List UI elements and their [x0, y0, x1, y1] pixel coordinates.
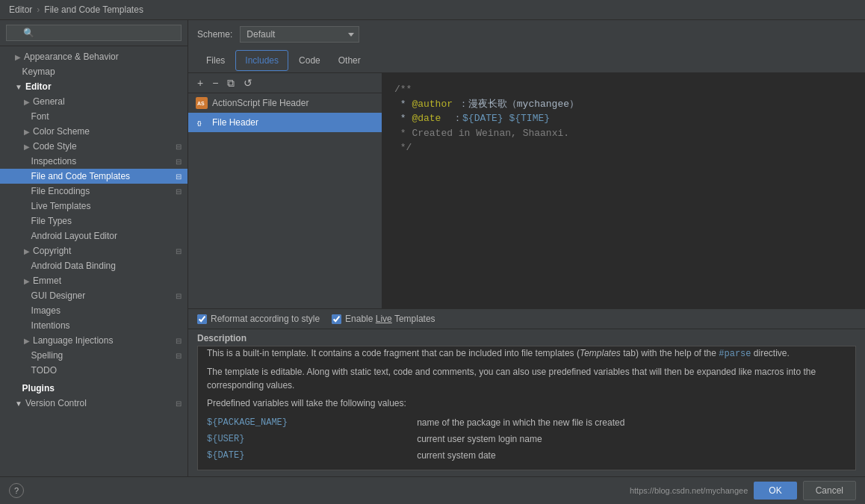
tabs-row: Files Includes Code Other: [188, 49, 865, 73]
live-templates-checkbox[interactable]: [332, 314, 341, 324]
arrow-icon: ▶: [15, 53, 21, 61]
arrow-icon: ▶: [24, 247, 30, 255]
sidebar-item-label: Font: [31, 111, 49, 122]
arrow-icon: ▶: [24, 277, 30, 285]
sidebar-item-file-and-code-templates[interactable]: File and Code Templates ⊟: [0, 169, 187, 184]
copy-button[interactable]: ⧉: [224, 76, 238, 90]
desc-table: ${PACKAGE_NAME} name of the package in w…: [207, 414, 846, 464]
code-line-3: * @date ：${DATE} ${TIME}: [394, 111, 853, 126]
sidebar-item-live-templates[interactable]: Live Templates: [0, 199, 187, 214]
sidebar-item-spelling[interactable]: Spelling ⊟: [0, 348, 187, 363]
bottom-bar: ? https://blog.csdn.net/mychangee OK Can…: [0, 476, 865, 504]
tab-other[interactable]: Other: [329, 51, 370, 72]
settings-icon: ⊟: [176, 143, 182, 151]
sidebar-item-android-layout-editor[interactable]: Android Layout Editor: [0, 228, 187, 243]
desc-var-name: ${USER}: [207, 431, 417, 447]
sidebar-item-version-control[interactable]: ▼ Version Control ⊟: [0, 396, 187, 411]
sidebar-item-language-injections[interactable]: ▶ Language Injections ⊟: [0, 333, 187, 348]
tab-files[interactable]: Files: [197, 51, 234, 72]
code-editor: /** * @author ：漫夜长歌（mychangee） * @date ：…: [382, 73, 865, 308]
arrow-spacer: [24, 187, 28, 196]
desc-para-2: The template is editable. Along with sta…: [207, 365, 846, 392]
sidebar-item-gui-designer[interactable]: GUI Designer ⊟: [0, 288, 187, 303]
sidebar-item-label: Live Templates: [31, 201, 91, 211]
sidebar-item-label: TODO: [31, 365, 57, 376]
arrow-icon: ▶: [24, 128, 30, 136]
reformat-checkbox[interactable]: [197, 314, 207, 324]
sidebar-item-appearance[interactable]: ▶ Appearance & Behavior: [0, 49, 187, 64]
arrow-spacer: [15, 68, 19, 76]
tab-code[interactable]: Code: [290, 51, 329, 72]
sidebar-item-color-scheme[interactable]: ▶ Color Scheme: [0, 124, 187, 139]
sidebar-item-keymap[interactable]: Keymap: [0, 64, 187, 79]
cancel-button[interactable]: Cancel: [803, 481, 856, 500]
sidebar-item-intentions[interactable]: Intentions: [0, 318, 187, 333]
desc-var-name: ${PACKAGE_NAME}: [207, 414, 417, 431]
breadcrumb-current: File and Code Templates: [44, 4, 143, 15]
url-hint: https://blog.csdn.net/mychangee: [630, 486, 748, 495]
template-item-fileheader[interactable]: {} File Header: [188, 113, 382, 132]
scheme-row: Scheme: Default Project: [188, 20, 865, 49]
description-content: This is a built-in template. It contains…: [197, 346, 856, 470]
arrow-icon: ▶: [24, 98, 30, 106]
main-layout: ▶ Appearance & Behavior Keymap ▼ Editor …: [0, 20, 865, 476]
desc-para-1: This is a built-in template. It contains…: [207, 346, 846, 361]
arrow-spacer: [15, 385, 19, 393]
sidebar-item-label: Spelling: [31, 350, 63, 361]
breadcrumb-separator: ›: [37, 4, 40, 15]
ok-button[interactable]: OK: [754, 482, 796, 500]
sidebar-item-label: Intentions: [31, 320, 70, 331]
arrow-spacer: [24, 202, 28, 211]
scheme-select[interactable]: Default Project: [240, 26, 359, 43]
sidebar-item-emmet[interactable]: ▶ Emmet: [0, 273, 187, 288]
sidebar-item-general[interactable]: ▶ General: [0, 94, 187, 109]
sidebar-item-label: Plugins: [22, 383, 55, 393]
sidebar-item-font[interactable]: Font: [0, 109, 187, 124]
template-toolbar: + − ⧉ ↺: [188, 73, 382, 93]
sidebar-content: ▶ Appearance & Behavior Keymap ▼ Editor …: [0, 46, 187, 476]
svg-text:AS: AS: [197, 101, 205, 106]
settings-icon: ⊟: [176, 352, 182, 360]
code-content[interactable]: /** * @author ：漫夜长歌（mychangee） * @date ：…: [382, 73, 865, 308]
arrow-icon: ▼: [15, 399, 22, 408]
desc-var-name: ${DATE}: [207, 447, 417, 464]
remove-button[interactable]: −: [209, 76, 221, 90]
breadcrumb-parent: Editor: [9, 4, 32, 15]
live-templates-option[interactable]: Enable Live Templates: [332, 314, 435, 324]
search-input[interactable]: [6, 25, 182, 41]
arrow-spacer: [24, 292, 28, 300]
sidebar-item-label: Code Style: [33, 141, 77, 152]
desc-var-desc: name of the package in which the new fil…: [417, 414, 846, 431]
sidebar-item-label: Color Scheme: [33, 126, 90, 137]
code-line-1: /**: [394, 82, 853, 97]
sidebar-item-plugins[interactable]: Plugins: [0, 381, 187, 396]
sidebar-item-android-data-binding[interactable]: Android Data Binding: [0, 258, 187, 273]
arrow-spacer: [24, 352, 28, 360]
help-button[interactable]: ?: [9, 483, 24, 498]
tab-includes[interactable]: Includes: [235, 50, 288, 71]
action-buttons: https://blog.csdn.net/mychangee OK Cance…: [630, 481, 856, 500]
reformat-option[interactable]: Reformat according to style: [197, 314, 320, 324]
sidebar-item-label: GUI Designer: [31, 290, 86, 301]
sidebar-item-copyright[interactable]: ▶ Copyright ⊟: [0, 243, 187, 258]
sidebar-item-editor[interactable]: ▼ Editor: [0, 79, 187, 94]
sidebar-item-label: Copyright: [33, 246, 71, 256]
sidebar-item-label: File and Code Templates: [31, 171, 131, 181]
sidebar-item-todo[interactable]: TODO: [0, 363, 187, 378]
template-item-actionscript[interactable]: AS ActionScript File Header: [188, 93, 382, 113]
arrow-icon: ▼: [15, 83, 22, 91]
add-button[interactable]: +: [194, 76, 206, 90]
arrow-spacer: [24, 217, 28, 225]
template-list: + − ⧉ ↺ AS ActionScript File Header: [188, 73, 382, 308]
arrow-spacer: [24, 262, 28, 270]
sidebar: ▶ Appearance & Behavior Keymap ▼ Editor …: [0, 20, 188, 476]
sidebar-item-images[interactable]: Images: [0, 303, 187, 318]
sidebar-item-inspections[interactable]: Inspections ⊟: [0, 154, 187, 169]
reset-button[interactable]: ↺: [241, 76, 255, 90]
desc-var-desc: current user system login name: [417, 431, 846, 447]
sidebar-item-code-style[interactable]: ▶ Code Style ⊟: [0, 139, 187, 154]
sidebar-item-label: Language Injections: [33, 335, 113, 346]
sidebar-item-label: Inspections: [31, 156, 77, 167]
sidebar-item-file-types[interactable]: File Types: [0, 214, 187, 228]
sidebar-item-file-encodings[interactable]: File Encodings ⊟: [0, 184, 187, 199]
